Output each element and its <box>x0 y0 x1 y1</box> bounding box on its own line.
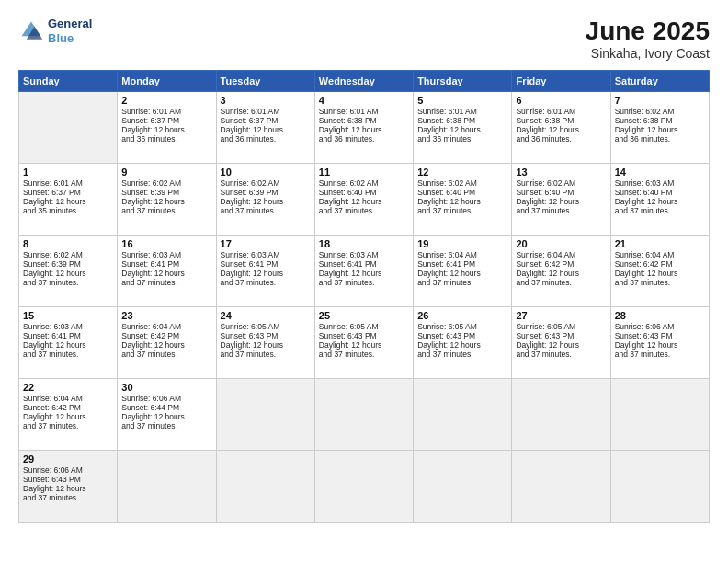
cell-line1: Sunrise: 6:02 AM <box>516 178 575 188</box>
calendar-header-thursday: Thursday <box>414 71 512 92</box>
cell-line1: Sunrise: 6:04 AM <box>121 322 181 331</box>
cell-line3: Daylight: 12 hours <box>121 340 185 350</box>
cell-line3: Daylight: 12 hours <box>615 340 678 350</box>
day-number: 9 <box>121 167 211 178</box>
calendar-table: SundayMondayTuesdayWednesdayThursdayFrid… <box>18 70 710 523</box>
calendar-cell: 11 Sunrise: 6:02 AM Sunset: 6:40 PM Dayl… <box>314 164 413 236</box>
cell-line4: and 37 minutes. <box>221 278 276 287</box>
day-number: 20 <box>516 238 606 249</box>
calendar-header-row: SundayMondayTuesdayWednesdayThursdayFrid… <box>19 71 710 92</box>
calendar-cell: 4 Sunrise: 6:01 AM Sunset: 6:38 PM Dayli… <box>314 92 413 164</box>
cell-line1: Sunrise: 6:05 AM <box>319 322 379 331</box>
day-number: 13 <box>516 167 606 178</box>
cell-line3: Daylight: 12 hours <box>417 269 481 278</box>
day-number: 14 <box>615 167 705 178</box>
cell-line1: Sunrise: 6:02 AM <box>417 178 477 188</box>
cell-line4: and 37 minutes. <box>23 493 78 502</box>
calendar-cell: 23 Sunrise: 6:04 AM Sunset: 6:42 PM Dayl… <box>118 307 216 379</box>
cell-line1: Sunrise: 6:01 AM <box>221 107 280 116</box>
cell-line1: Sunrise: 6:05 AM <box>417 322 477 331</box>
cell-line4: and 36 minutes. <box>121 134 176 144</box>
calendar-cell <box>314 451 413 523</box>
calendar-cell: 3 Sunrise: 6:01 AM Sunset: 6:37 PM Dayli… <box>216 92 314 164</box>
logo-line2: Blue <box>48 31 92 46</box>
day-number: 12 <box>417 167 507 178</box>
cell-line3: Daylight: 12 hours <box>417 340 481 350</box>
cell-line3: Daylight: 12 hours <box>319 340 382 350</box>
cell-line3: Daylight: 12 hours <box>23 197 86 206</box>
calendar-cell: 21 Sunrise: 6:04 AM Sunset: 6:42 PM Dayl… <box>610 236 709 307</box>
calendar-cell <box>19 92 118 164</box>
cell-line3: Daylight: 12 hours <box>615 125 678 134</box>
cell-line3: Daylight: 12 hours <box>417 197 481 206</box>
day-number: 4 <box>319 95 409 106</box>
cell-line2: Sunset: 6:40 PM <box>516 188 574 197</box>
cell-line1: Sunrise: 6:01 AM <box>516 107 575 116</box>
cell-line3: Daylight: 12 hours <box>516 125 579 134</box>
calendar-cell <box>610 451 709 523</box>
calendar-week-row: 15 Sunrise: 6:03 AM Sunset: 6:41 PM Dayl… <box>19 307 710 379</box>
cell-line3: Daylight: 12 hours <box>221 125 284 134</box>
cell-line2: Sunset: 6:41 PM <box>417 259 475 269</box>
day-number: 2 <box>121 95 211 106</box>
day-number: 6 <box>516 95 606 106</box>
cell-line4: and 37 minutes. <box>417 206 472 215</box>
cell-line1: Sunrise: 6:02 AM <box>23 250 83 259</box>
cell-line3: Daylight: 12 hours <box>319 125 382 134</box>
calendar-cell <box>512 451 610 523</box>
cell-line2: Sunset: 6:43 PM <box>319 331 377 340</box>
cell-line1: Sunrise: 6:02 AM <box>615 107 675 116</box>
calendar-header-monday: Monday <box>118 71 216 92</box>
cell-line4: and 37 minutes. <box>516 278 571 287</box>
cell-line1: Sunrise: 6:03 AM <box>23 322 83 331</box>
calendar-cell: 28 Sunrise: 6:06 AM Sunset: 6:43 PM Dayl… <box>610 307 709 379</box>
cell-line1: Sunrise: 6:05 AM <box>516 322 575 331</box>
cell-line1: Sunrise: 6:01 AM <box>121 107 181 116</box>
calendar-cell: 10 Sunrise: 6:02 AM Sunset: 6:39 PM Dayl… <box>216 164 314 236</box>
cell-line4: and 37 minutes. <box>319 278 374 287</box>
cell-line2: Sunset: 6:43 PM <box>615 331 673 340</box>
cell-line4: and 37 minutes. <box>221 206 276 215</box>
calendar-cell <box>314 379 413 451</box>
cell-line1: Sunrise: 6:06 AM <box>121 394 181 403</box>
cell-line1: Sunrise: 6:04 AM <box>23 394 83 403</box>
cell-line4: and 37 minutes. <box>23 278 78 287</box>
cell-line4: and 37 minutes. <box>516 350 571 359</box>
day-number: 26 <box>417 310 507 321</box>
day-number: 8 <box>23 238 113 249</box>
page: General Blue June 2025 Sinkaha, Ivory Co… <box>0 0 728 563</box>
calendar-header-wednesday: Wednesday <box>314 71 413 92</box>
calendar-cell: 20 Sunrise: 6:04 AM Sunset: 6:42 PM Dayl… <box>512 236 610 307</box>
calendar-cell <box>216 379 314 451</box>
cell-line4: and 36 minutes. <box>221 134 276 144</box>
cell-line3: Daylight: 12 hours <box>23 412 86 421</box>
calendar-cell <box>512 379 610 451</box>
cell-line4: and 36 minutes. <box>516 134 571 144</box>
cell-line3: Daylight: 12 hours <box>319 197 382 206</box>
calendar-header-saturday: Saturday <box>610 71 709 92</box>
cell-line3: Daylight: 12 hours <box>516 340 579 350</box>
calendar-cell: 12 Sunrise: 6:02 AM Sunset: 6:40 PM Dayl… <box>414 164 512 236</box>
cell-line4: and 36 minutes. <box>417 134 472 144</box>
calendar-cell: 2 Sunrise: 6:01 AM Sunset: 6:37 PM Dayli… <box>118 92 216 164</box>
day-number: 1 <box>23 167 113 178</box>
cell-line3: Daylight: 12 hours <box>615 197 678 206</box>
cell-line3: Daylight: 12 hours <box>23 269 86 278</box>
day-number: 23 <box>121 310 211 321</box>
cell-line2: Sunset: 6:42 PM <box>516 259 574 269</box>
cell-line3: Daylight: 12 hours <box>121 269 185 278</box>
cell-line2: Sunset: 6:43 PM <box>516 331 574 340</box>
cell-line2: Sunset: 6:43 PM <box>417 331 475 340</box>
cell-line1: Sunrise: 6:04 AM <box>417 250 477 259</box>
cell-line3: Daylight: 12 hours <box>319 269 382 278</box>
cell-line4: and 37 minutes. <box>121 350 176 359</box>
cell-line2: Sunset: 6:37 PM <box>23 188 81 197</box>
cell-line2: Sunset: 6:38 PM <box>615 116 673 125</box>
cell-line4: and 37 minutes. <box>516 206 571 215</box>
cell-line4: and 37 minutes. <box>417 278 472 287</box>
cell-line2: Sunset: 6:39 PM <box>221 188 279 197</box>
cell-line4: and 37 minutes. <box>319 350 374 359</box>
cell-line2: Sunset: 6:43 PM <box>221 331 279 340</box>
cell-line1: Sunrise: 6:04 AM <box>615 250 675 259</box>
cell-line4: and 37 minutes. <box>615 206 670 215</box>
